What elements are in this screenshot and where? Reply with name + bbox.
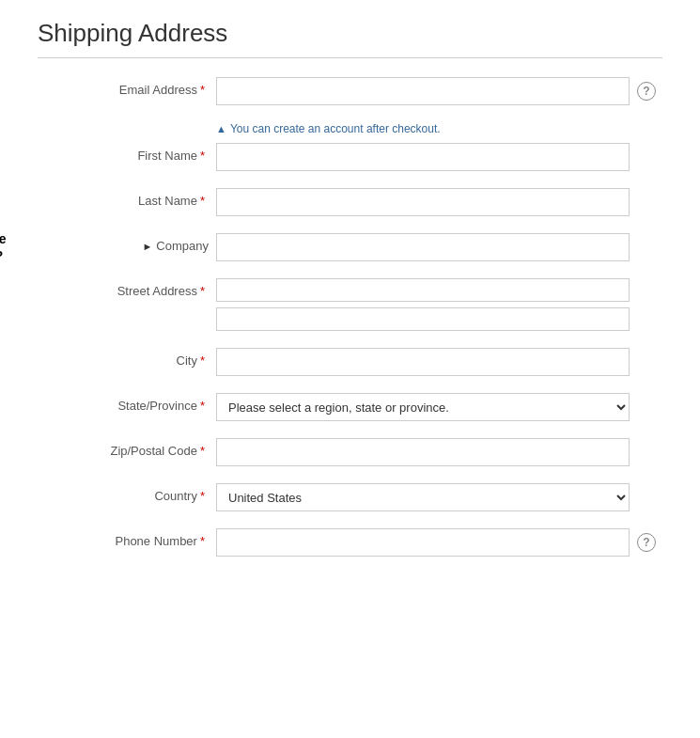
phone-input[interactable] — [216, 528, 630, 557]
phone-help-icon[interactable]: ? — [637, 533, 656, 552]
firstname-label: First Name* — [38, 143, 216, 163]
firstname-input[interactable] — [216, 143, 630, 171]
zip-input[interactable] — [216, 438, 630, 466]
email-input[interactable] — [216, 77, 630, 105]
title-divider — [38, 57, 662, 58]
zip-required-star: * — [200, 444, 205, 458]
state-label: State/Province* — [38, 393, 216, 413]
street-required-star: * — [200, 284, 205, 298]
street-address-input-1[interactable] — [216, 278, 630, 302]
street-address-input-2[interactable] — [216, 307, 630, 331]
country-select[interactable]: United States — [216, 483, 630, 511]
lastname-row: Last Name* — [38, 188, 662, 216]
lastname-label: Last Name* — [38, 188, 216, 208]
lastname-input[interactable] — [216, 188, 630, 216]
company-toggle-arrow-icon[interactable]: ► — [142, 241, 152, 252]
phone-row: Phone Number* ? — [38, 528, 662, 557]
annotation-bubble: how do I make this required? — [0, 230, 28, 264]
country-label: Country* — [38, 483, 216, 503]
street-address-group — [216, 278, 630, 331]
email-row: Email Address* ? — [38, 77, 662, 105]
email-required-star: * — [200, 83, 205, 97]
page-title: Shipping Address — [38, 19, 662, 48]
phone-required-star: * — [200, 534, 205, 548]
firstname-required-star: * — [200, 149, 205, 163]
lastname-required-star: * — [200, 194, 205, 208]
zip-row: Zip/Postal Code* — [38, 438, 662, 466]
email-help-icon[interactable]: ? — [637, 82, 656, 101]
company-label: Company — [156, 239, 209, 253]
street-label: Street Address* — [38, 278, 216, 298]
email-label: Email Address* — [38, 77, 216, 97]
company-label-area: ► Company — [38, 233, 216, 253]
city-label: City* — [38, 348, 216, 368]
state-row: State/Province* Please select a region, … — [38, 393, 662, 421]
country-required-star: * — [200, 489, 205, 503]
street-row: Street Address* — [38, 278, 662, 331]
country-row: Country* United States — [38, 483, 662, 511]
phone-label: Phone Number* — [38, 528, 216, 548]
zip-label: Zip/Postal Code* — [38, 438, 216, 458]
city-row: City* — [38, 348, 662, 376]
state-select[interactable]: Please select a region, state or provinc… — [216, 393, 630, 421]
state-required-star: * — [200, 399, 205, 413]
shipping-address-form: Shipping Address Email Address* ? ▲ You … — [0, 0, 700, 611]
firstname-row: First Name* — [38, 143, 662, 171]
info-arrow-icon: ▲ — [216, 123, 226, 134]
company-row: how do I make this required? ► Company — [38, 233, 662, 261]
email-info-message: ▲ You can create an account after checko… — [216, 122, 662, 135]
city-input[interactable] — [216, 348, 630, 376]
company-input[interactable] — [216, 233, 630, 261]
city-required-star: * — [200, 353, 205, 368]
